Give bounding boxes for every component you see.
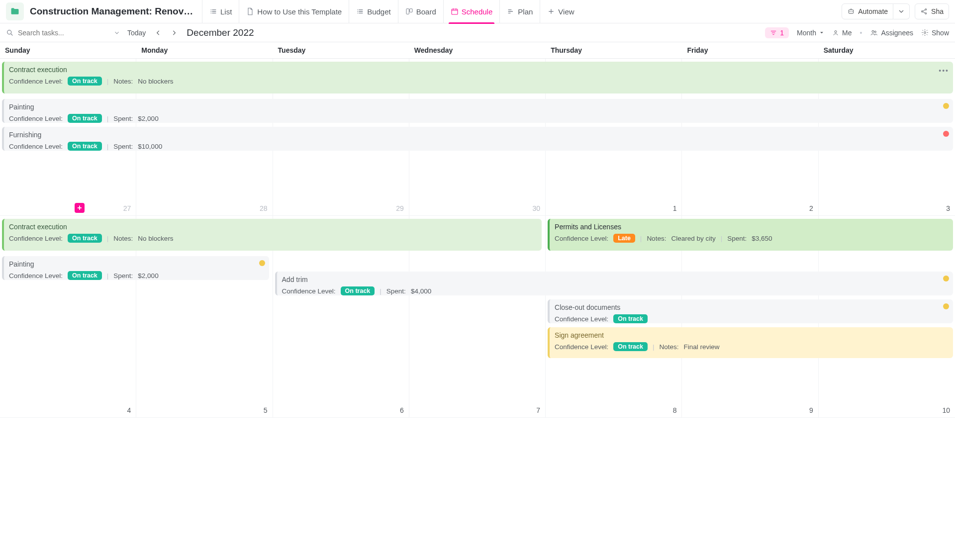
robot-icon: [847, 7, 855, 15]
next-button[interactable]: [169, 28, 180, 37]
tab-label: Schedule: [462, 7, 493, 16]
notes-label: Notes:: [113, 235, 133, 242]
caret-down-icon: [819, 30, 824, 35]
spent-value: $2,000: [138, 115, 158, 122]
task-title: Close-out documents: [555, 303, 948, 311]
task-title: Furnishing: [9, 131, 948, 139]
day-header: Saturday: [819, 42, 955, 58]
day-header: Wednesday: [409, 42, 546, 58]
assignees-filter[interactable]: Assignees: [870, 29, 913, 37]
task-title: Add trim: [282, 276, 948, 283]
day-number: 7: [536, 406, 540, 414]
search-input[interactable]: [18, 29, 93, 37]
spent-label: Spent:: [113, 115, 133, 122]
gear-icon: [921, 29, 929, 36]
status-badge: On track: [68, 77, 102, 86]
calendar-header: Sunday Monday Tuesday Wednesday Thursday…: [0, 42, 955, 59]
chevron-down-icon[interactable]: [113, 29, 120, 36]
month-label[interactable]: December 2022: [187, 27, 254, 38]
confidence-label: Confidence Level:: [9, 143, 63, 150]
notes-label: Notes:: [113, 78, 133, 85]
svg-point-6: [922, 11, 923, 12]
show-label: Show: [932, 29, 949, 37]
me-label: Me: [842, 29, 852, 37]
share-button[interactable]: Sha: [915, 3, 949, 19]
viewmode-label: Month: [797, 29, 816, 37]
page-title[interactable]: Construction Management: Renovatio…: [30, 6, 194, 17]
list-icon: [356, 7, 364, 15]
task-title: Contract execution: [9, 66, 948, 74]
topbar-right: Automate Sha: [842, 3, 949, 19]
task-sign-agreement[interactable]: Sign agreement Confidence Level: On trac…: [548, 327, 953, 358]
week-row: + 27 28 29 30 1 2 3 ••• Contract executi…: [0, 59, 955, 216]
status-dot-icon: [943, 276, 949, 281]
day-header: Sunday: [0, 42, 136, 58]
folder-icon[interactable]: [6, 2, 24, 20]
svg-rect-0: [406, 9, 409, 14]
tab-schedule[interactable]: Schedule: [443, 0, 500, 23]
tab-board[interactable]: Board: [398, 0, 443, 23]
separator: •: [860, 29, 862, 37]
tab-addview[interactable]: View: [540, 0, 581, 23]
status-badge: On track: [613, 314, 648, 323]
tab-howto[interactable]: How to Use this Template: [239, 0, 349, 23]
notes-value: Cleared by city: [671, 235, 715, 242]
today-button[interactable]: Today: [127, 29, 146, 37]
filter-button[interactable]: 1: [765, 27, 789, 38]
doc-icon: [246, 7, 254, 15]
tab-label: View: [558, 7, 574, 16]
me-filter[interactable]: Me: [832, 29, 852, 37]
calendar-body: + 27 28 29 30 1 2 3 ••• Contract executi…: [0, 59, 955, 418]
prev-button[interactable]: [153, 28, 164, 37]
status-badge: On track: [68, 114, 102, 123]
more-icon[interactable]: •••: [939, 67, 949, 75]
svg-point-13: [924, 32, 926, 34]
task-furnishing[interactable]: Furnishing Confidence Level: On track | …: [2, 127, 953, 151]
tab-budget[interactable]: Budget: [349, 0, 398, 23]
confidence-label: Confidence Level:: [282, 287, 336, 295]
confidence-label: Confidence Level:: [555, 235, 608, 242]
tab-label: Plan: [518, 7, 533, 16]
notes-label: Notes:: [647, 235, 666, 242]
person-icon: [832, 29, 839, 36]
task-contract-execution[interactable]: Contract execution Confidence Level: On …: [2, 219, 542, 251]
day-number: 3: [946, 204, 950, 212]
task-add-trim[interactable]: Add trim Confidence Level: On track | Sp…: [275, 272, 953, 295]
task-title: Sign agreement: [555, 331, 948, 339]
task-contract-execution[interactable]: ••• Contract execution Confidence Level:…: [2, 62, 953, 93]
svg-rect-1: [409, 9, 412, 12]
share-icon: [920, 7, 928, 15]
chevron-down-icon: [897, 7, 905, 15]
task-title: Permits and Licenses: [555, 223, 948, 231]
confidence-label: Confidence Level:: [9, 235, 63, 242]
automate-button[interactable]: Automate: [842, 3, 893, 19]
tab-plan[interactable]: Plan: [499, 0, 540, 23]
share-label: Sha: [931, 7, 944, 15]
notes-label: Notes:: [659, 343, 678, 351]
tab-label: List: [220, 7, 232, 16]
task-painting[interactable]: Painting Confidence Level: On track | Sp…: [2, 99, 953, 123]
status-badge: On track: [68, 234, 102, 243]
plus-icon: [547, 7, 555, 15]
task-permits[interactable]: Permits and Licenses Confidence Level: L…: [548, 219, 953, 251]
day-number: 2: [809, 204, 813, 212]
date-nav: [153, 28, 180, 37]
add-task-button[interactable]: +: [75, 203, 85, 213]
status-dot-icon: [943, 103, 949, 109]
tab-list[interactable]: List: [202, 0, 239, 23]
task-closeout[interactable]: Close-out documents Confidence Level: On…: [548, 299, 953, 323]
viewmode-select[interactable]: Month: [797, 29, 824, 37]
people-icon: [870, 29, 878, 37]
show-menu[interactable]: Show: [921, 29, 949, 37]
status-badge: On track: [68, 142, 102, 151]
spent-value: $10,000: [138, 143, 162, 150]
svg-rect-2: [452, 9, 458, 14]
day-number: 1: [673, 204, 677, 212]
status-badge: On track: [613, 342, 648, 351]
day-header: Friday: [682, 42, 818, 58]
automate-caret[interactable]: [893, 3, 910, 19]
status-badge: Late: [613, 234, 635, 243]
task-painting[interactable]: Painting Confidence Level: On track | Sp…: [2, 256, 269, 280]
view-tabs: List How to Use this Template Budget Boa…: [202, 0, 581, 23]
search-wrap[interactable]: [6, 29, 120, 37]
